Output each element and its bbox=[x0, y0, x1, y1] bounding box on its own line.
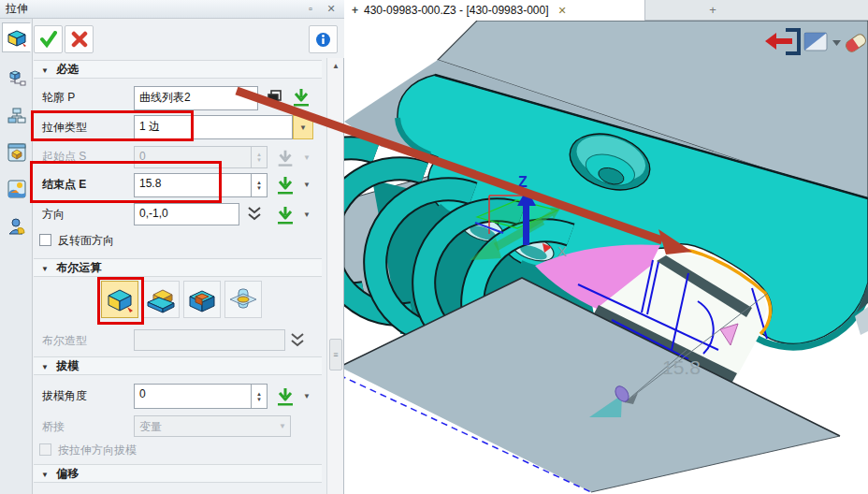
end-point-stepper[interactable]: ▲▼ bbox=[252, 173, 268, 197]
boolean-add-icon bbox=[146, 285, 176, 313]
draft-angle-stepper[interactable]: ▲▼ bbox=[252, 384, 268, 409]
scene-3d: 15.8 Z X bbox=[344, 21, 868, 494]
tab-title: 430-09983-000.Z3 - [430-09983-000] bbox=[364, 4, 548, 17]
info-button[interactable] bbox=[309, 25, 338, 53]
dialog-scrollbar[interactable]: ▲ ≡ bbox=[326, 58, 343, 494]
double-chevron-icon[interactable] bbox=[245, 205, 264, 224]
extrude-type-dropdown-button[interactable]: ▼ bbox=[293, 115, 313, 139]
dialog-sidebar bbox=[0, 19, 33, 494]
profile-input[interactable]: 曲线列表2 bbox=[134, 86, 258, 110]
sidebar-item-user[interactable] bbox=[2, 211, 31, 241]
boolean-remove-button[interactable] bbox=[183, 281, 221, 318]
section-boolean[interactable]: ▼ 布尔运算 bbox=[34, 258, 322, 277]
dialog-title: 拉伸 bbox=[6, 1, 297, 17]
boolean-intersect-button[interactable] bbox=[224, 281, 262, 318]
double-chevron-icon[interactable] bbox=[288, 331, 307, 350]
extrude-icon bbox=[6, 27, 28, 48]
chevron-down-icon[interactable]: ▼ bbox=[303, 181, 311, 189]
axis-x-label: X bbox=[557, 243, 567, 259]
chevron-down-icon: ▼ bbox=[299, 124, 307, 132]
boolean-intersect-icon bbox=[228, 285, 258, 313]
sidebar-item-render[interactable] bbox=[2, 174, 31, 204]
flip-face-label: 反转面方向 bbox=[58, 233, 114, 249]
extrude-dialog: 拉伸 ▫ ✕ bbox=[0, 0, 344, 494]
tab-close-icon[interactable]: ✕ bbox=[558, 5, 567, 17]
ok-button[interactable] bbox=[34, 25, 63, 53]
section-draft[interactable]: ▼ 拔模 bbox=[34, 356, 322, 375]
bridge-select: 变量 bbox=[134, 415, 291, 437]
flip-face-checkbox[interactable] bbox=[39, 234, 51, 246]
chevron-down-icon: ▼ bbox=[279, 422, 286, 430]
dialog-toolbar bbox=[34, 19, 344, 58]
check-icon bbox=[39, 31, 58, 48]
dialog-titlebar[interactable]: 拉伸 ▫ ✕ bbox=[0, 0, 344, 19]
sidebar-item-extrude[interactable] bbox=[2, 22, 31, 52]
dimension-value: 15.8 bbox=[662, 356, 701, 378]
sidebar-item-history[interactable] bbox=[2, 101, 31, 131]
pick-end-point-icon[interactable] bbox=[274, 174, 297, 196]
boolean-remove-icon bbox=[187, 285, 217, 313]
boolean-shape-label: 布尔造型 bbox=[42, 333, 132, 349]
boolean-add-button[interactable] bbox=[142, 281, 180, 318]
draft-along-checkbox bbox=[39, 443, 51, 456]
copy-icon[interactable] bbox=[267, 89, 283, 106]
tab-expand-icon[interactable]: + bbox=[352, 4, 358, 17]
collapse-triangle-icon: ▼ bbox=[41, 363, 49, 371]
chevron-down-icon: ▼ bbox=[303, 153, 311, 162]
hierarchy-icon bbox=[7, 106, 27, 126]
collapse-triangle-icon: ▼ bbox=[41, 66, 49, 75]
draft-along-label: 按拉伸方向拔模 bbox=[58, 443, 137, 458]
info-icon bbox=[315, 32, 331, 48]
person-icon bbox=[7, 216, 27, 237]
dock-icon[interactable]: ▫ bbox=[303, 3, 318, 16]
direction-label: 方向 bbox=[42, 207, 132, 223]
image-scene-icon bbox=[7, 179, 27, 199]
highlight-box-end-point bbox=[30, 161, 222, 203]
pick-draft-icon[interactable] bbox=[274, 385, 297, 408]
draft-angle-label: 拔模角度 bbox=[42, 388, 132, 404]
viewport-3d[interactable]: 15.8 Z X bbox=[344, 21, 868, 494]
bridge-label: 桥接 bbox=[42, 419, 132, 435]
boolean-shape-input bbox=[134, 329, 285, 351]
cancel-button[interactable] bbox=[65, 25, 94, 53]
triad-z-axis[interactable] bbox=[523, 204, 529, 245]
document-tab[interactable]: + 430-09983-000.Z3 - [430-09983-000] ✕ bbox=[344, 0, 645, 21]
sidebar-item-datum[interactable] bbox=[2, 64, 31, 94]
new-tab-button[interactable]: + bbox=[704, 2, 721, 19]
axis-z-label: Z bbox=[518, 174, 528, 190]
start-point-stepper: ▲▼ bbox=[252, 146, 268, 168]
pick-direction-icon[interactable] bbox=[274, 204, 297, 226]
cube-window-icon bbox=[7, 142, 27, 163]
close-x-icon bbox=[71, 31, 88, 48]
collapse-triangle-icon: ▼ bbox=[41, 265, 49, 273]
collapse-triangle-icon: ▼ bbox=[41, 471, 49, 479]
direction-input[interactable]: 0,-1,0 bbox=[134, 203, 239, 225]
draft-angle-input[interactable]: 0 bbox=[134, 384, 252, 409]
highlight-box-extrude-type bbox=[31, 110, 194, 141]
dialog-close-icon[interactable]: ✕ bbox=[324, 3, 339, 16]
highlight-box-boolean-base bbox=[97, 277, 144, 325]
app-window: 拉伸 ▫ ✕ bbox=[0, 0, 868, 494]
chevron-down-icon[interactable]: ▼ bbox=[303, 211, 311, 219]
section-required[interactable]: ▼ 必选 bbox=[34, 60, 322, 79]
cube-tree-icon bbox=[7, 68, 27, 89]
document-tabbar: + 430-09983-000.Z3 - [430-09983-000] ✕ + bbox=[344, 0, 868, 21]
section-offset[interactable]: ▼ 偏移 bbox=[34, 464, 322, 483]
scrollbar-thumb[interactable]: ≡ bbox=[329, 339, 342, 370]
chevron-down-icon[interactable]: ▼ bbox=[303, 392, 311, 400]
pick-from-screen-icon[interactable] bbox=[290, 86, 312, 109]
profile-label: 轮廓 P bbox=[42, 90, 132, 106]
sidebar-item-solid[interactable] bbox=[2, 138, 31, 167]
boolean-button-row bbox=[34, 281, 322, 324]
scroll-up-icon[interactable]: ▲ bbox=[329, 60, 342, 73]
pick-disabled-icon bbox=[275, 148, 296, 168]
